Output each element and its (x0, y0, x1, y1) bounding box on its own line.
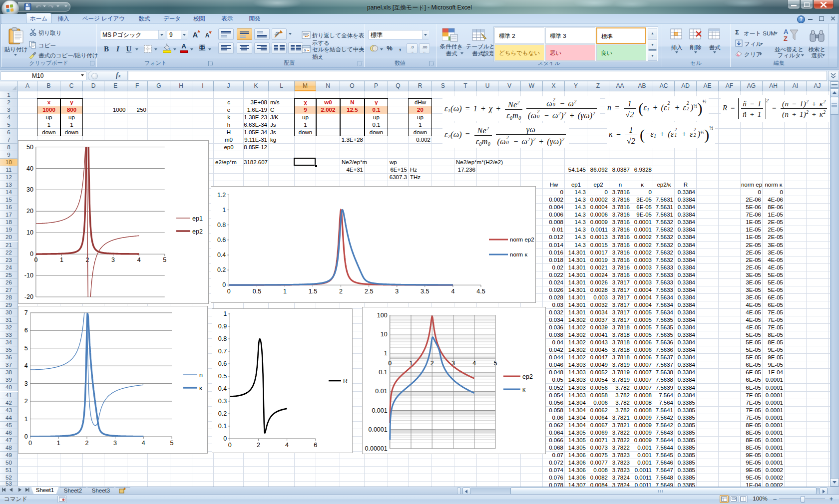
svg-text:4: 4 (285, 442, 289, 449)
svg-text:2: 2 (85, 440, 89, 447)
svg-text:0: 0 (223, 435, 227, 442)
svg-text:0: 0 (30, 251, 33, 257)
svg-text:0.5: 0.5 (218, 373, 227, 380)
svg-text:1: 1 (384, 350, 388, 357)
svg-text:2: 2 (430, 360, 434, 367)
svg-text:0: 0 (34, 256, 37, 263)
svg-text:0.2: 0.2 (218, 410, 227, 417)
svg-text:0: 0 (228, 442, 232, 449)
svg-text:4.5: 4.5 (476, 288, 485, 295)
svg-text:3: 3 (113, 440, 117, 447)
svg-text:0.4: 0.4 (217, 252, 226, 258)
svg-text:2: 2 (339, 288, 343, 295)
svg-text:6: 6 (314, 442, 317, 449)
svg-text:ep2: ep2 (192, 228, 203, 235)
svg-text:0.3: 0.3 (218, 398, 227, 405)
svg-text:norm κ: norm κ (510, 252, 527, 257)
svg-text:0.5: 0.5 (253, 288, 261, 295)
svg-text:3: 3 (395, 288, 399, 295)
svg-text:5: 5 (494, 360, 497, 367)
svg-text:1: 1 (24, 416, 28, 423)
svg-text:4: 4 (451, 288, 454, 295)
svg-text:-10: -10 (24, 272, 33, 279)
svg-text:R: R (343, 378, 348, 385)
svg-text:2: 2 (257, 442, 260, 449)
svg-text:1: 1 (60, 256, 63, 263)
svg-text:1.5: 1.5 (309, 288, 317, 295)
svg-text:1: 1 (222, 207, 226, 214)
svg-text:ep2: ep2 (522, 373, 533, 380)
svg-text:5: 5 (24, 345, 28, 352)
svg-text:7: 7 (24, 309, 28, 316)
svg-text:0.0001: 0.0001 (368, 426, 387, 433)
svg-text:0.8: 0.8 (217, 222, 226, 229)
svg-text:6: 6 (24, 327, 28, 334)
svg-text:0.2: 0.2 (217, 266, 226, 273)
svg-text:0.8: 0.8 (218, 335, 227, 342)
svg-text:4: 4 (142, 440, 145, 447)
svg-text:0: 0 (222, 281, 226, 288)
svg-text:0.001: 0.001 (372, 407, 387, 414)
svg-text:0: 0 (388, 360, 392, 367)
svg-text:3: 3 (111, 256, 115, 263)
svg-text:5: 5 (170, 440, 174, 447)
svg-text:20: 20 (26, 208, 33, 215)
svg-text:4: 4 (472, 360, 476, 367)
svg-text:-20: -20 (24, 293, 33, 300)
svg-text:1.2: 1.2 (217, 192, 226, 199)
svg-text:0.00001: 0.00001 (365, 445, 388, 452)
svg-text:0: 0 (227, 288, 231, 295)
svg-text:3.5: 3.5 (420, 288, 429, 295)
svg-text:2.5: 2.5 (365, 288, 373, 295)
svg-text:10: 10 (381, 331, 388, 338)
svg-text:1: 1 (57, 440, 60, 447)
svg-text:5: 5 (163, 256, 166, 263)
svg-text:30: 30 (26, 186, 33, 193)
svg-text:10: 10 (26, 229, 33, 236)
svg-text:0.6: 0.6 (217, 237, 226, 244)
svg-text:ep1: ep1 (192, 215, 203, 222)
svg-text:0.1: 0.1 (379, 369, 387, 376)
svg-text:κ: κ (522, 386, 526, 393)
svg-text:0: 0 (28, 440, 32, 447)
svg-text:0.9: 0.9 (218, 323, 227, 330)
svg-text:norm ep2: norm ep2 (510, 237, 534, 243)
svg-text:100: 100 (377, 312, 388, 319)
svg-text:4: 4 (137, 256, 141, 263)
svg-text:50: 50 (26, 144, 33, 151)
svg-text:1: 1 (223, 310, 227, 317)
svg-text:0.1: 0.1 (218, 423, 227, 430)
svg-text:0.01: 0.01 (375, 388, 387, 395)
svg-text:κ: κ (199, 385, 203, 392)
svg-text:0: 0 (24, 433, 28, 440)
svg-text:n: n (199, 372, 203, 379)
svg-text:0.7: 0.7 (218, 348, 227, 355)
svg-text:0.6: 0.6 (218, 360, 227, 367)
svg-text:3: 3 (24, 380, 28, 387)
svg-text:0.4: 0.4 (218, 385, 227, 392)
svg-text:2: 2 (24, 398, 28, 405)
svg-text:40: 40 (26, 165, 33, 172)
svg-text:4: 4 (24, 362, 28, 369)
svg-text:1: 1 (283, 288, 287, 295)
